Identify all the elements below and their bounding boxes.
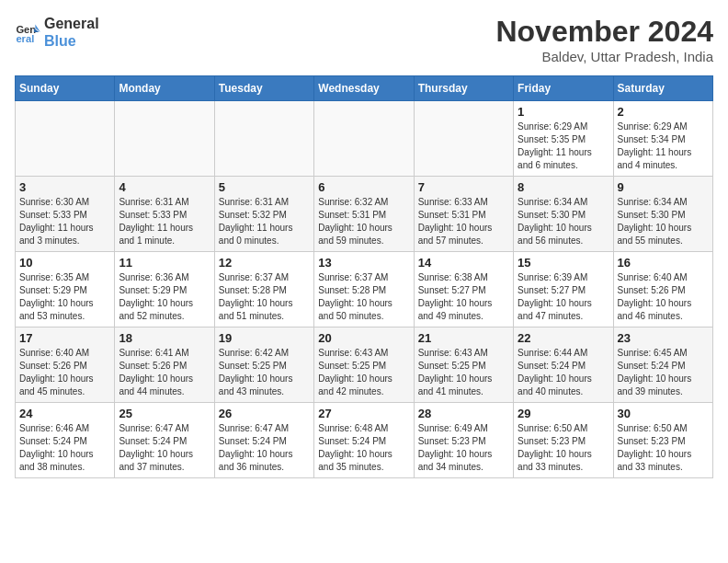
calendar-cell: 12Sunrise: 6:37 AM Sunset: 5:28 PM Dayli… [214, 252, 313, 327]
day-info: Sunrise: 6:32 AM Sunset: 5:31 PM Dayligh… [318, 196, 409, 247]
calendar-cell: 4Sunrise: 6:31 AM Sunset: 5:33 PM Daylig… [115, 177, 214, 252]
calendar-cell [314, 101, 414, 177]
calendar-cell [214, 101, 313, 177]
day-info: Sunrise: 6:33 AM Sunset: 5:31 PM Dayligh… [418, 196, 509, 247]
calendar-cell: 2Sunrise: 6:29 AM Sunset: 5:34 PM Daylig… [613, 101, 712, 177]
day-info: Sunrise: 6:45 AM Sunset: 5:24 PM Dayligh… [618, 347, 709, 398]
month-title: November 2024 [495, 15, 713, 49]
calendar-week-row: 1Sunrise: 6:29 AM Sunset: 5:35 PM Daylig… [16, 101, 713, 177]
calendar-cell: 24Sunrise: 6:46 AM Sunset: 5:24 PM Dayli… [16, 403, 115, 478]
calendar-cell: 10Sunrise: 6:35 AM Sunset: 5:29 PM Dayli… [16, 252, 115, 327]
day-number: 5 [219, 180, 310, 194]
header: Gen eral General Blue November 2024 Bald… [15, 15, 713, 64]
calendar-cell: 25Sunrise: 6:47 AM Sunset: 5:24 PM Dayli… [115, 403, 214, 478]
day-number: 11 [119, 256, 210, 270]
calendar-table: SundayMondayTuesdayWednesdayThursdayFrid… [15, 75, 713, 478]
location-title: Baldev, Uttar Pradesh, India [495, 49, 713, 64]
day-info: Sunrise: 6:34 AM Sunset: 5:30 PM Dayligh… [518, 196, 609, 247]
calendar-cell: 20Sunrise: 6:43 AM Sunset: 5:25 PM Dayli… [314, 327, 414, 403]
calendar-header-row: SundayMondayTuesdayWednesdayThursdayFrid… [16, 76, 713, 101]
day-info: Sunrise: 6:47 AM Sunset: 5:24 PM Dayligh… [119, 422, 210, 474]
calendar-cell: 5Sunrise: 6:31 AM Sunset: 5:32 PM Daylig… [214, 177, 313, 252]
logo-line2: Blue [44, 32, 99, 50]
day-info: Sunrise: 6:37 AM Sunset: 5:28 PM Dayligh… [219, 271, 310, 323]
day-number: 14 [418, 256, 509, 270]
calendar-cell: 29Sunrise: 6:50 AM Sunset: 5:23 PM Dayli… [514, 403, 613, 478]
day-info: Sunrise: 6:36 AM Sunset: 5:29 PM Dayligh… [119, 271, 210, 323]
calendar-cell: 11Sunrise: 6:36 AM Sunset: 5:29 PM Dayli… [115, 252, 214, 327]
day-info: Sunrise: 6:35 AM Sunset: 5:29 PM Dayligh… [19, 271, 110, 323]
logo-icon: Gen eral [15, 19, 40, 45]
day-info: Sunrise: 6:50 AM Sunset: 5:23 PM Dayligh… [518, 422, 609, 474]
svg-text:eral: eral [16, 33, 34, 44]
day-info: Sunrise: 6:30 AM Sunset: 5:33 PM Dayligh… [19, 196, 110, 247]
day-number: 7 [418, 180, 509, 194]
day-info: Sunrise: 6:43 AM Sunset: 5:25 PM Dayligh… [318, 347, 409, 398]
title-area: November 2024 Baldev, Uttar Pradesh, Ind… [495, 15, 713, 64]
day-info: Sunrise: 6:29 AM Sunset: 5:35 PM Dayligh… [518, 121, 609, 172]
day-number: 2 [618, 105, 709, 119]
calendar-cell: 21Sunrise: 6:43 AM Sunset: 5:25 PM Dayli… [414, 327, 513, 403]
calendar-cell: 8Sunrise: 6:34 AM Sunset: 5:30 PM Daylig… [514, 177, 613, 252]
day-number: 1 [518, 105, 609, 119]
day-info: Sunrise: 6:29 AM Sunset: 5:34 PM Dayligh… [618, 121, 709, 172]
day-header-thursday: Thursday [414, 76, 513, 101]
calendar-cell: 19Sunrise: 6:42 AM Sunset: 5:25 PM Dayli… [214, 327, 313, 403]
day-info: Sunrise: 6:38 AM Sunset: 5:27 PM Dayligh… [418, 271, 509, 323]
calendar-cell: 22Sunrise: 6:44 AM Sunset: 5:24 PM Dayli… [514, 327, 613, 403]
calendar-cell: 17Sunrise: 6:40 AM Sunset: 5:26 PM Dayli… [16, 327, 115, 403]
day-info: Sunrise: 6:39 AM Sunset: 5:27 PM Dayligh… [518, 271, 609, 323]
calendar-week-row: 10Sunrise: 6:35 AM Sunset: 5:29 PM Dayli… [16, 252, 713, 327]
calendar-cell: 28Sunrise: 6:49 AM Sunset: 5:23 PM Dayli… [414, 403, 513, 478]
day-header-tuesday: Tuesday [214, 76, 313, 101]
day-number: 8 [518, 180, 609, 194]
day-info: Sunrise: 6:37 AM Sunset: 5:28 PM Dayligh… [318, 271, 409, 323]
calendar-cell: 3Sunrise: 6:30 AM Sunset: 5:33 PM Daylig… [16, 177, 115, 252]
day-header-saturday: Saturday [613, 76, 712, 101]
calendar-cell: 6Sunrise: 6:32 AM Sunset: 5:31 PM Daylig… [314, 177, 414, 252]
calendar-cell: 30Sunrise: 6:50 AM Sunset: 5:23 PM Dayli… [613, 403, 712, 478]
calendar-cell: 15Sunrise: 6:39 AM Sunset: 5:27 PM Dayli… [514, 252, 613, 327]
calendar-week-row: 17Sunrise: 6:40 AM Sunset: 5:26 PM Dayli… [16, 327, 713, 403]
day-info: Sunrise: 6:31 AM Sunset: 5:33 PM Dayligh… [119, 196, 210, 247]
day-number: 9 [618, 180, 709, 194]
day-number: 23 [618, 331, 709, 345]
day-info: Sunrise: 6:40 AM Sunset: 5:26 PM Dayligh… [618, 271, 709, 323]
day-info: Sunrise: 6:31 AM Sunset: 5:32 PM Dayligh… [219, 196, 310, 247]
day-number: 19 [219, 331, 310, 345]
calendar-cell: 9Sunrise: 6:34 AM Sunset: 5:30 PM Daylig… [613, 177, 712, 252]
day-info: Sunrise: 6:44 AM Sunset: 5:24 PM Dayligh… [518, 347, 609, 398]
day-number: 18 [119, 331, 210, 345]
day-number: 17 [19, 331, 110, 345]
day-number: 24 [19, 407, 110, 420]
day-info: Sunrise: 6:41 AM Sunset: 5:26 PM Dayligh… [119, 347, 210, 398]
day-number: 27 [318, 407, 409, 420]
calendar-cell: 13Sunrise: 6:37 AM Sunset: 5:28 PM Dayli… [314, 252, 414, 327]
day-number: 29 [518, 407, 609, 420]
day-header-wednesday: Wednesday [314, 76, 414, 101]
day-number: 30 [618, 407, 709, 420]
day-info: Sunrise: 6:49 AM Sunset: 5:23 PM Dayligh… [418, 422, 509, 474]
day-info: Sunrise: 6:46 AM Sunset: 5:24 PM Dayligh… [19, 422, 110, 474]
logo-line1: General [44, 15, 99, 32]
day-number: 21 [418, 331, 509, 345]
calendar-cell [115, 101, 214, 177]
calendar-body: 1Sunrise: 6:29 AM Sunset: 5:35 PM Daylig… [16, 101, 713, 478]
calendar-cell: 27Sunrise: 6:48 AM Sunset: 5:24 PM Dayli… [314, 403, 414, 478]
day-info: Sunrise: 6:48 AM Sunset: 5:24 PM Dayligh… [318, 422, 409, 474]
calendar-cell [414, 101, 513, 177]
calendar-week-row: 3Sunrise: 6:30 AM Sunset: 5:33 PM Daylig… [16, 177, 713, 252]
day-number: 12 [219, 256, 310, 270]
day-number: 16 [618, 256, 709, 270]
calendar-cell: 16Sunrise: 6:40 AM Sunset: 5:26 PM Dayli… [613, 252, 712, 327]
day-header-sunday: Sunday [16, 76, 115, 101]
day-number: 13 [318, 256, 409, 270]
day-number: 25 [119, 407, 210, 420]
calendar-cell: 18Sunrise: 6:41 AM Sunset: 5:26 PM Dayli… [115, 327, 214, 403]
day-number: 6 [318, 180, 409, 194]
day-info: Sunrise: 6:47 AM Sunset: 5:24 PM Dayligh… [219, 422, 310, 474]
day-header-monday: Monday [115, 76, 214, 101]
day-info: Sunrise: 6:43 AM Sunset: 5:25 PM Dayligh… [418, 347, 509, 398]
day-info: Sunrise: 6:34 AM Sunset: 5:30 PM Dayligh… [618, 196, 709, 247]
day-number: 3 [19, 180, 110, 194]
